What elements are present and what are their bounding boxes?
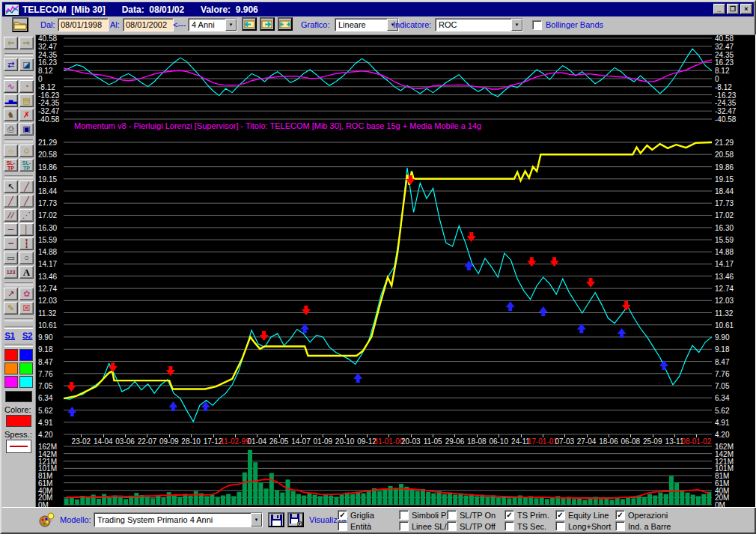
checkbox-sl-tp-on[interactable] [447, 510, 457, 520]
sltp-short-icon[interactable]: SL-TP [19, 159, 34, 172]
y-axis-label: 14.88 [715, 248, 752, 256]
save-chart-icon[interactable]: ▣ [19, 123, 34, 136]
y-axis-label: 9.90 [38, 333, 64, 342]
nav-back-folder-icon[interactable]: ⇦ [4, 37, 18, 49]
palette-swatch-black[interactable] [5, 391, 32, 402]
delete-indicator-icon[interactable]: ✗ [19, 109, 34, 121]
y-axis-label: 17.02 [715, 211, 752, 219]
chart-invert-icon[interactable]: ◪ [19, 58, 34, 71]
open-folder-button[interactable] [12, 17, 28, 32]
numbers-icon[interactable]: 123 [4, 266, 18, 279]
palette-swatch-magenta[interactable] [4, 376, 18, 388]
segment-icon[interactable]: ╱ [4, 195, 18, 207]
y-axis-label: 18.44 [715, 187, 752, 195]
fit-chart-button[interactable] [278, 17, 293, 31]
checkbox-label: Long+Short [568, 522, 611, 531]
draw-chart-icon[interactable]: ∿ [4, 80, 18, 93]
chevron-down-icon[interactable]: ▼ [225, 19, 237, 31]
assistant-icon[interactable]: ☺ [19, 145, 34, 157]
checkbox-ts-prim-[interactable]: ✓ [504, 510, 514, 520]
text-icon[interactable]: A [19, 266, 34, 279]
checkbox-long-short[interactable] [555, 521, 565, 531]
modello-select[interactable]: Trading System Primario 4 Anni ▼ [94, 512, 263, 527]
current-color-swatch[interactable] [6, 415, 31, 427]
separator [4, 139, 33, 142]
highlighter-icon[interactable]: ✎ [4, 302, 18, 315]
chart-swap-icon[interactable]: ⇄ [4, 58, 18, 71]
close-button[interactable]: × [740, 4, 752, 14]
y-axis-label: 7.76 [38, 370, 64, 378]
pie-chart-icon[interactable]: ◔ [19, 80, 34, 93]
lightbulb-icon[interactable]: ☼ [4, 145, 18, 157]
hline-icon[interactable]: ─ [4, 223, 18, 236]
checkbox-linee-sl-tp[interactable] [399, 521, 409, 531]
tool-row: 123A [4, 266, 34, 279]
scroll-chart-left-button[interactable] [242, 17, 257, 31]
arrow-draw-icon[interactable]: ↗ [4, 288, 18, 300]
y-axis-label: 8.47 [715, 358, 752, 366]
y-axis-label: 16.23 [38, 58, 64, 67]
save-model-as-button[interactable] [287, 512, 304, 527]
bar-chart-icon[interactable]: ▂▅▃ [4, 94, 18, 107]
ellipse-icon[interactable]: ○ [19, 252, 34, 264]
y-axis-label: 12.03 [38, 297, 64, 305]
y-axis-label: -16.23 [715, 91, 752, 100]
checkbox-ind-a-barre[interactable] [615, 521, 625, 531]
save-model-button[interactable] [268, 512, 284, 527]
rectangle-icon[interactable]: ▭ [4, 252, 18, 264]
maximize-button[interactable]: ❐ [727, 4, 739, 14]
trendline-icon[interactable]: ╱ [19, 180, 34, 193]
checkbox-griglia[interactable]: ✓ [338, 510, 347, 520]
palette-swatch-green[interactable] [19, 362, 33, 374]
checkbox-entit-[interactable] [338, 521, 347, 531]
scroll-chart-right-button[interactable] [260, 17, 275, 31]
delete-drawing-icon[interactable]: ☒ [19, 302, 34, 315]
tool-row: ╱╱⋰ [4, 209, 34, 222]
al-input[interactable] [123, 18, 174, 31]
parallel-lines-icon[interactable]: ╱╱ [4, 209, 18, 222]
chevron-down-icon[interactable]: ▼ [511, 19, 522, 31]
checkbox-equity-line[interactable]: ✓ [555, 510, 565, 520]
animal-icon[interactable]: ♞ [4, 109, 18, 121]
strategy-2-link[interactable]: S2 [22, 331, 32, 340]
pointer-icon[interactable]: ↖ [4, 180, 18, 193]
palette-swatch-red[interactable] [4, 349, 18, 361]
indicatore-label: Indicatore: [393, 20, 431, 29]
bollinger-checkbox[interactable] [532, 20, 542, 30]
buy-marker-icon [539, 306, 548, 316]
print-icon[interactable]: ⎙ [4, 123, 18, 136]
y-axis-label: 20.58 [38, 151, 64, 159]
y-axis-label: -8.12 [38, 83, 64, 91]
ray-icon[interactable]: ╱ [19, 195, 34, 207]
vsegment-icon[interactable]: ┇ [19, 237, 34, 250]
hsegment-icon[interactable]: ┅ [4, 237, 18, 250]
palette-swatch-cyan[interactable] [19, 376, 33, 388]
chevron-down-icon[interactable]: ▼ [251, 513, 262, 527]
sltp-long-icon[interactable]: SL-TP [4, 159, 18, 172]
floppy-plus-icon [290, 514, 302, 526]
line-thickness-sample[interactable] [6, 440, 31, 453]
nav-forward-folder-icon[interactable]: ⇨ [19, 37, 34, 49]
y-axis-label: 16.30 [715, 224, 752, 232]
dal-input[interactable] [58, 18, 109, 31]
strategy-1-link[interactable]: S1 [5, 331, 15, 340]
palette-swatch-blue[interactable] [19, 349, 33, 361]
palette-icon[interactable]: ✿ [19, 288, 34, 300]
y-axis-label: 17.02 [38, 211, 64, 219]
title-bar[interactable]: TELECOM [Mib 30] Data: 08/01/02 Valore: … [2, 2, 754, 16]
minimize-button[interactable]: _ [713, 4, 725, 14]
y-axis-label: 17.73 [38, 199, 64, 207]
checkbox-operazioni[interactable]: ✓ [615, 510, 625, 520]
checkbox-simboli-ptl[interactable] [399, 510, 409, 520]
report-icon[interactable]: ▤ [19, 94, 34, 107]
checkbox-sl-tp-off[interactable] [447, 521, 457, 531]
palette-swatch-orange[interactable] [4, 362, 18, 374]
grafico-select[interactable]: Lineare ▼ [335, 18, 399, 31]
dashed-line-icon[interactable]: ⋰ [19, 209, 34, 222]
y-axis-label: 11.32 [715, 309, 752, 318]
vline-icon[interactable]: │ [19, 223, 34, 236]
range-select[interactable]: 4 Anni ▼ [188, 18, 237, 31]
sell-marker-icon [467, 232, 476, 242]
checkbox-ts-sec-[interactable] [504, 521, 514, 531]
indicatore-select[interactable]: ROC ▼ [435, 18, 523, 31]
